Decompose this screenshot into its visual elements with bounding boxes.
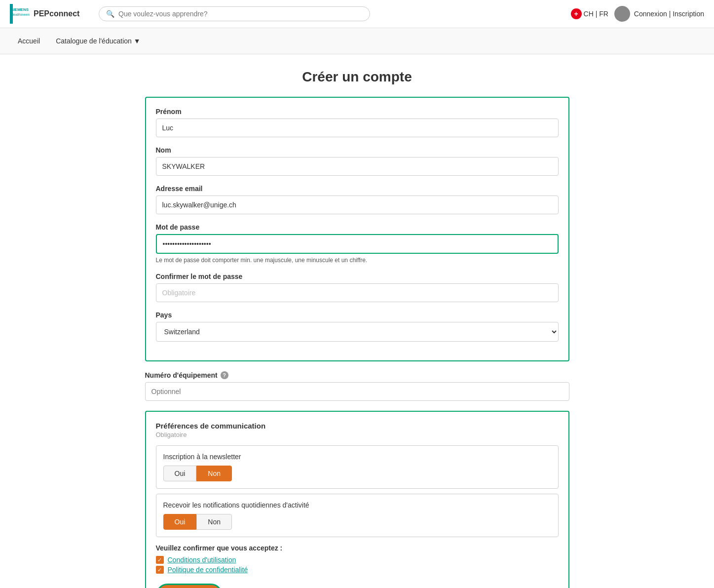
checkmark-icon-2: ✓: [157, 567, 162, 573]
newsletter-box: Inscription à la newsletter Oui Non: [156, 445, 559, 489]
comm-title: Préférences de communication: [156, 422, 559, 430]
equipment-label: Numéro d'équipement ?: [145, 371, 569, 379]
siemens-logo-icon: SIEMENS Healthineers: [10, 4, 30, 24]
pays-label: Pays: [156, 311, 559, 319]
newsletter-label: Inscription à la newsletter: [163, 453, 551, 461]
search-bar[interactable]: 🔍: [99, 6, 370, 21]
password-group: Mot de passe Le mot de passe doit compor…: [156, 223, 559, 264]
pays-group: Pays Switzerland France Germany Austria: [156, 311, 559, 342]
equipment-input[interactable]: [145, 382, 569, 401]
main-form-section: Prénom Nom Adresse email Mot de passe Le…: [145, 97, 569, 361]
prenom-label: Prénom: [156, 108, 559, 116]
flag-lang: + CH | FR: [571, 8, 608, 19]
notifications-oui-button[interactable]: Oui: [163, 514, 197, 530]
nav-accueil[interactable]: Accueil: [10, 28, 48, 54]
page-title: Créer un compte: [145, 69, 569, 85]
header-right: + CH | FR Connexion | Inscription: [571, 6, 704, 22]
confirm-password-input[interactable]: [156, 283, 559, 302]
svg-text:SIEMENS: SIEMENS: [11, 7, 29, 12]
checkmark-icon: ✓: [157, 557, 162, 563]
nav-bar: Accueil Catalogue de l'éducation ▼: [0, 28, 714, 54]
lang-label: CH | FR: [584, 10, 608, 18]
password-hint: Le mot de passe doit comporter min. une …: [156, 257, 559, 264]
email-input[interactable]: [156, 196, 559, 214]
swiss-flag-icon: +: [571, 8, 582, 19]
privacy-checkbox[interactable]: ✓: [156, 566, 164, 574]
comm-section: Préférences de communication Obligatoire…: [145, 411, 569, 588]
join-button-wrap: Rejoindre: [156, 584, 559, 588]
nom-group: Nom: [156, 146, 559, 176]
email-group: Adresse email: [156, 185, 559, 214]
search-icon: 🔍: [106, 10, 114, 18]
svg-rect-3: [10, 4, 13, 24]
notifications-label: Recevoir les notifications quotidiennes …: [163, 501, 551, 509]
confirm-section: Veuillez confirmer que vous acceptez : ✓…: [156, 544, 559, 574]
confirm-item-1: ✓ Politique de confidentialité: [156, 566, 559, 574]
newsletter-non-button[interactable]: Non: [196, 466, 232, 481]
page-content: Créer un compte Prénom Nom Adresse email…: [135, 54, 579, 588]
nom-label: Nom: [156, 146, 559, 154]
nom-input[interactable]: [156, 157, 559, 176]
nav-catalogue[interactable]: Catalogue de l'éducation ▼: [48, 28, 149, 54]
user-label: Connexion | Inscription: [634, 10, 704, 18]
email-label: Adresse email: [156, 185, 559, 193]
join-button[interactable]: Rejoindre: [156, 584, 223, 588]
newsletter-toggle: Oui Non: [163, 466, 551, 481]
pays-select[interactable]: Switzerland France Germany Austria: [156, 322, 559, 342]
confirm-title: Veuillez confirmer que vous acceptez :: [156, 544, 559, 552]
notifications-toggle: Oui Non: [163, 514, 551, 530]
search-input[interactable]: [118, 10, 363, 18]
conditions-link[interactable]: Conditions d'utilisation: [168, 556, 236, 564]
comm-subtitle: Obligatoire: [156, 431, 559, 438]
password-label: Mot de passe: [156, 223, 559, 231]
confirm-password-label: Confirmer le mot de passe: [156, 273, 559, 280]
notifications-box: Recevoir les notifications quotidiennes …: [156, 494, 559, 537]
newsletter-oui-button[interactable]: Oui: [163, 466, 197, 481]
equipment-section: Numéro d'équipement ?: [145, 371, 569, 401]
chevron-down-icon: ▼: [134, 37, 141, 45]
user-avatar-icon: [614, 6, 630, 22]
header: SIEMENS Healthineers PEPconnect 🔍 + CH |…: [0, 0, 714, 28]
privacy-link[interactable]: Politique de confidentialité: [168, 566, 248, 574]
app-name: PEPconnect: [34, 9, 79, 18]
help-icon[interactable]: ?: [221, 371, 228, 379]
conditions-checkbox[interactable]: ✓: [156, 556, 164, 564]
notifications-non-button[interactable]: Non: [196, 514, 232, 530]
logo-area: SIEMENS Healthineers PEPconnect: [10, 4, 89, 24]
prenom-group: Prénom: [156, 108, 559, 137]
svg-text:Healthineers: Healthineers: [11, 13, 30, 16]
confirm-password-group: Confirmer le mot de passe: [156, 273, 559, 302]
confirm-item-0: ✓ Conditions d'utilisation: [156, 556, 559, 564]
user-area[interactable]: Connexion | Inscription: [614, 6, 704, 22]
password-input[interactable]: [156, 234, 559, 254]
prenom-input[interactable]: [156, 118, 559, 137]
